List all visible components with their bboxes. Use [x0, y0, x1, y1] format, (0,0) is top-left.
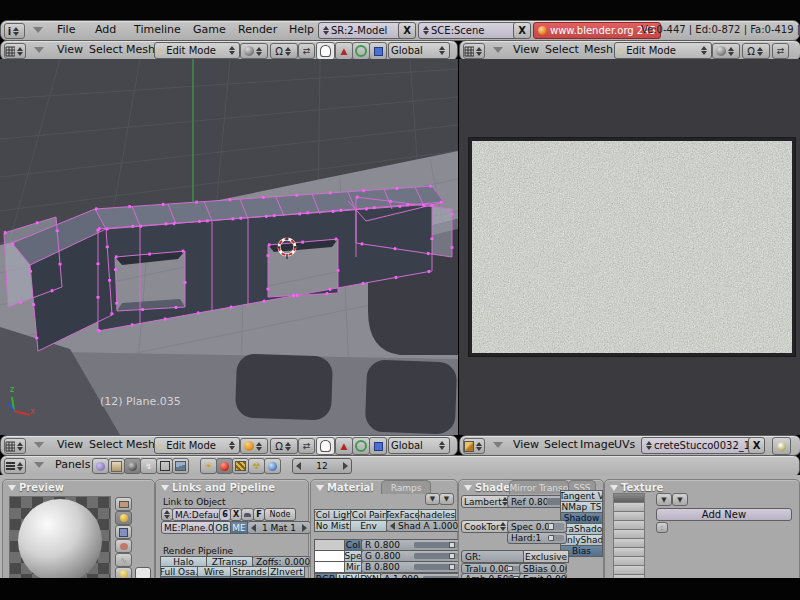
material-subcontext-button[interactable]: [216, 458, 233, 474]
header-collapse-icon[interactable]: [493, 442, 503, 448]
panel-collapse-icon[interactable]: [610, 485, 618, 491]
mir-swatch[interactable]: [314, 561, 345, 573]
window-type-button[interactable]: i: [4, 23, 25, 39]
spec-shader-dropdown[interactable]: CookTor: [461, 520, 511, 533]
preview-flat-button[interactable]: [115, 497, 132, 511]
menu-timeline[interactable]: Timeline: [134, 23, 181, 36]
preview-cube-button[interactable]: [115, 525, 132, 539]
view3d-menu-view[interactable]: View: [57, 438, 83, 451]
uv-menu-uvs[interactable]: UVs: [614, 438, 635, 451]
shad-a-decrement-icon[interactable]: [390, 522, 395, 530]
mode-dropdown[interactable]: ▲ Edit Mode: [614, 42, 712, 59]
mode-dropdown[interactable]: ▲ Edit Mode: [154, 42, 240, 59]
radiosity-subcontext-button[interactable]: ☢: [248, 458, 265, 474]
gr-field[interactable]: GR:: [461, 550, 529, 563]
env-toggle[interactable]: Env: [350, 520, 387, 532]
draw-mode-button[interactable]: [712, 43, 740, 59]
frame-number-stepper[interactable]: 12: [292, 458, 352, 474]
scene-context-button[interactable]: [172, 458, 189, 474]
view3d-menu-select[interactable]: Select: [545, 43, 579, 56]
texture-options-button[interactable]: :: [656, 522, 668, 533]
editor-type-button[interactable]: [4, 438, 26, 454]
uv-menu-select[interactable]: Select: [544, 438, 578, 451]
mode-dropdown[interactable]: ▲ Edit Mode: [154, 437, 240, 454]
mat-index-decrement-icon[interactable]: [251, 524, 256, 532]
image-selector[interactable]: creteStucco0032_1_: [641, 437, 753, 454]
viewport-3d[interactable]: x z (12) Plane.035: [0, 59, 458, 435]
paste-texture-button[interactable]: ▼: [672, 493, 688, 506]
editor-type-button[interactable]: [463, 43, 485, 59]
node-button[interactable]: Node: [264, 508, 296, 521]
manipulator-rotate-button[interactable]: [352, 437, 370, 455]
add-new-texture-button[interactable]: Add New: [656, 508, 792, 521]
orientation-dropdown[interactable]: Global: [388, 437, 450, 454]
logic-context-button[interactable]: [92, 458, 109, 474]
manipulator-rotate-button[interactable]: [352, 42, 370, 60]
panel-collapse-icon[interactable]: [316, 485, 324, 491]
uv-image-editor[interactable]: [459, 59, 800, 435]
mat-index-increment-icon[interactable]: [302, 524, 307, 532]
editor-type-button[interactable]: [4, 458, 26, 474]
editing-context-button[interactable]: [156, 458, 173, 474]
view3d-menu-mesh[interactable]: Mesh: [126, 43, 155, 56]
view3d-menu-select[interactable]: Select: [89, 438, 123, 451]
copy-texture-button[interactable]: ▼: [656, 493, 672, 506]
me-toggle[interactable]: ME: [230, 521, 248, 534]
diffuse-shader-dropdown[interactable]: Lambert: [461, 495, 511, 508]
material-index-stepper[interactable]: 1 Mat 1: [247, 521, 311, 534]
texture-subcontext-button[interactable]: [232, 458, 249, 474]
ramps-tab[interactable]: Ramps: [381, 480, 431, 494]
paste-material-button[interactable]: ▼: [439, 493, 454, 505]
screen-close-button[interactable]: X: [398, 22, 416, 39]
manipulator-scale-button[interactable]: [369, 437, 387, 455]
menu-add[interactable]: Add: [95, 23, 116, 36]
view3d-menu-mesh[interactable]: Mesh: [584, 43, 613, 56]
orientation-dropdown[interactable]: Global: [388, 42, 450, 59]
no-mist-toggle[interactable]: No Mist: [314, 520, 351, 532]
panel-collapse-icon[interactable]: [161, 485, 169, 491]
header-collapse-icon[interactable]: [493, 47, 503, 53]
mir-button[interactable]: Mir: [344, 561, 362, 573]
view3d-menu-view[interactable]: View: [513, 43, 539, 56]
header-collapse-icon[interactable]: [33, 27, 43, 33]
hard-slider[interactable]: Hard:1: [507, 532, 567, 544]
frame-decrement-icon[interactable]: [296, 462, 301, 470]
world-subcontext-button[interactable]: [264, 458, 281, 474]
header-collapse-icon[interactable]: [34, 47, 44, 53]
pivot-button[interactable]: Ω: [270, 43, 298, 59]
ref-slider[interactable]: Ref 0.800: [507, 495, 567, 508]
preview-sphere-button[interactable]: [115, 511, 132, 525]
draw-mode-button[interactable]: [240, 438, 268, 454]
header-collapse-icon[interactable]: [34, 462, 44, 468]
shad-a-stepper[interactable]: Shad A 1.000: [386, 520, 462, 532]
scene-selector[interactable]: SCE:Scene: [418, 22, 518, 39]
uv-menu-image[interactable]: Image: [580, 438, 614, 451]
uv-menu-view[interactable]: View: [513, 438, 539, 451]
screen-selector[interactable]: SR:2-Model: [318, 22, 403, 39]
pivot-button[interactable]: Ω: [742, 43, 770, 59]
draw-mode-button[interactable]: [240, 43, 268, 59]
manipulator-widget-button[interactable]: ⇄: [298, 438, 315, 454]
menu-game[interactable]: Game: [193, 23, 226, 36]
ob-toggle[interactable]: OB: [213, 521, 231, 534]
lamp-subcontext-button[interactable]: ☀: [200, 458, 217, 474]
view3d-menu-select[interactable]: Select: [89, 43, 123, 56]
copy-material-button[interactable]: ▼: [425, 493, 440, 505]
menu-file[interactable]: File: [57, 23, 75, 36]
manipulator-toggle-button[interactable]: [316, 42, 335, 60]
b-slider[interactable]: B 0.800: [361, 561, 462, 573]
panels-menu[interactable]: Panels: [55, 458, 90, 471]
pivot-button[interactable]: Ω: [270, 438, 298, 454]
exclusive-toggle[interactable]: Exclusive: [523, 550, 569, 563]
scene-close-button[interactable]: X: [513, 22, 531, 39]
view3d-menu-view[interactable]: View: [57, 43, 83, 56]
manipulator-widget-button[interactable]: ⇄: [298, 43, 315, 59]
panel-collapse-icon[interactable]: [464, 485, 472, 491]
manipulator-toggle-button[interactable]: [316, 437, 335, 455]
manipulator-translate-button[interactable]: ▲: [335, 42, 353, 60]
manipulator-scale-button[interactable]: [369, 42, 387, 60]
editor-type-button[interactable]: [4, 43, 26, 59]
manipulator-widget-button[interactable]: ⇄: [772, 43, 789, 59]
object-context-button[interactable]: ↯: [140, 458, 157, 474]
manipulator-translate-button[interactable]: ▲: [335, 437, 353, 455]
